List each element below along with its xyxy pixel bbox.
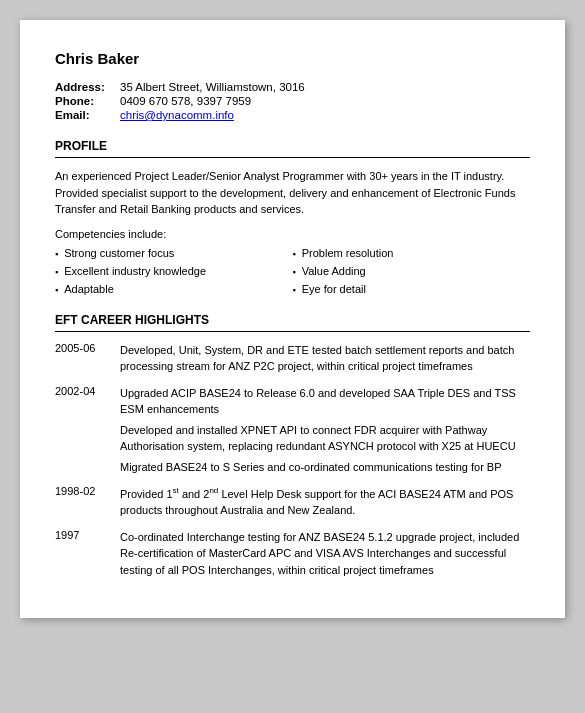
phone-label: Phone: xyxy=(55,95,120,107)
candidate-name: Chris Baker xyxy=(55,50,530,67)
comp-item: ▪ Problem resolution xyxy=(293,246,531,261)
comp-text: Eye for detail xyxy=(302,282,366,297)
competencies-grid: ▪ Strong customer focus ▪ Excellent indu… xyxy=(55,246,530,301)
comp-text: Adaptable xyxy=(64,282,114,297)
career-entry: 2005-06 Developed, Unit, System, DR and … xyxy=(55,342,530,375)
profile-title: PROFILE xyxy=(55,139,530,153)
bullet-icon: ▪ xyxy=(293,266,296,279)
address-row: Address: 35 Albert Street, Williamstown,… xyxy=(55,81,530,93)
email-row: Email: chris@dynacomm.info xyxy=(55,109,530,121)
resume-document: Chris Baker Address: 35 Albert Street, W… xyxy=(20,20,565,618)
career-year: 2005-06 xyxy=(55,342,110,375)
comp-text: Strong customer focus xyxy=(64,246,174,261)
comp-text: Problem resolution xyxy=(302,246,394,261)
email-value[interactable]: chris@dynacomm.info xyxy=(120,109,234,121)
contact-section: Address: 35 Albert Street, Williamstown,… xyxy=(55,81,530,121)
comp-text: Excellent industry knowledge xyxy=(64,264,206,279)
career-desc: Co-ordinated Interchange testing for ANZ… xyxy=(120,529,530,579)
bullet-icon: ▪ xyxy=(293,284,296,297)
bullet-icon: ▪ xyxy=(55,266,58,279)
career-entries: 2005-06 Developed, Unit, System, DR and … xyxy=(55,342,530,579)
career-year: 1997 xyxy=(55,529,110,579)
bullet-icon: ▪ xyxy=(55,284,58,297)
comp-item: ▪ Eye for detail xyxy=(293,282,531,297)
career-desc: Provided 1st and 2nd Level Help Desk sup… xyxy=(120,485,530,519)
comp-item: ▪ Value Adding xyxy=(293,264,531,279)
comp-text: Value Adding xyxy=(302,264,366,279)
competencies-label: Competencies include: xyxy=(55,228,530,240)
comp-item: ▪ Adaptable xyxy=(55,282,293,297)
address-label: Address: xyxy=(55,81,120,93)
career-entry: 2002-04 Upgraded ACIP BASE24 to Release … xyxy=(55,385,530,476)
career-year: 2002-04 xyxy=(55,385,110,476)
bullet-icon: ▪ xyxy=(55,248,58,261)
profile-text: An experienced Project Leader/Senior Ana… xyxy=(55,168,530,218)
bullet-icon: ▪ xyxy=(293,248,296,261)
comp-item: ▪ Strong customer focus xyxy=(55,246,293,261)
career-title: EFT CAREER HIGHLIGHTS xyxy=(55,313,530,327)
career-entry: 1998-02 Provided 1st and 2nd Level Help … xyxy=(55,485,530,519)
comp-item: ▪ Excellent industry knowledge xyxy=(55,264,293,279)
profile-divider xyxy=(55,157,530,158)
competencies-col-1: ▪ Strong customer focus ▪ Excellent indu… xyxy=(55,246,293,301)
email-label: Email: xyxy=(55,109,120,121)
address-value: 35 Albert Street, Williamstown, 3016 xyxy=(120,81,305,93)
career-year: 1998-02 xyxy=(55,485,110,519)
competencies-col-2: ▪ Problem resolution ▪ Value Adding ▪ Ey… xyxy=(293,246,531,301)
career-desc: Upgraded ACIP BASE24 to Release 6.0 and … xyxy=(120,385,530,476)
career-desc: Developed, Unit, System, DR and ETE test… xyxy=(120,342,530,375)
phone-value: 0409 670 578, 9397 7959 xyxy=(120,95,251,107)
phone-row: Phone: 0409 670 578, 9397 7959 xyxy=(55,95,530,107)
career-entry: 1997 Co-ordinated Interchange testing fo… xyxy=(55,529,530,579)
career-divider xyxy=(55,331,530,332)
